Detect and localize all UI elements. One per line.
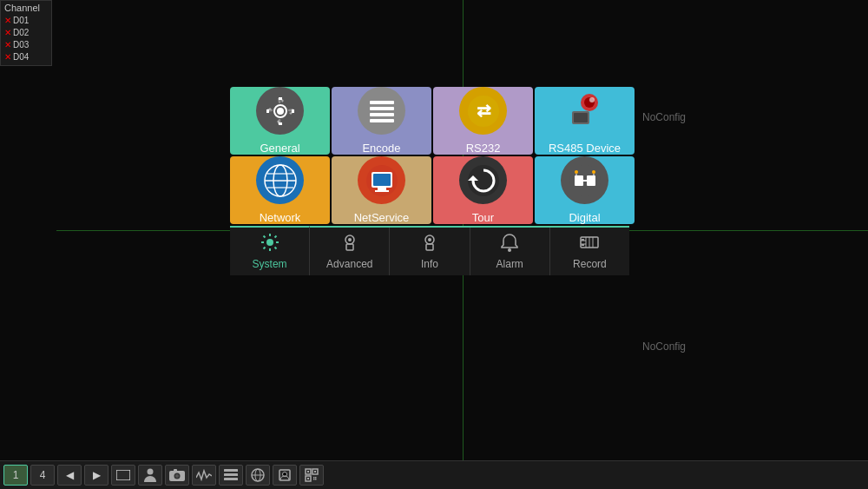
noconfig-label-1: NoConfig	[642, 111, 686, 123]
tile-network-label: Network	[260, 211, 301, 224]
network-icon	[256, 156, 304, 204]
settings-panel: General Encode ⇄ RS232	[230, 87, 647, 275]
tile-network[interactable]: Network	[230, 156, 330, 224]
svg-rect-4	[370, 107, 394, 110]
svg-point-55	[175, 474, 179, 478]
tab-system[interactable]: System	[230, 226, 310, 275]
taskbar-btn-user2[interactable]	[273, 465, 297, 486]
noconfig-label-2: NoConfig	[642, 340, 686, 353]
svg-rect-41	[426, 244, 433, 250]
channel-label-d04: D04	[13, 51, 29, 63]
tab-record[interactable]: Record	[550, 228, 629, 275]
taskbar-btn-1[interactable]: 1	[3, 465, 28, 486]
taskbar-back-icon: ◀	[66, 469, 74, 481]
svg-rect-70	[307, 478, 309, 479]
svg-rect-38	[346, 244, 353, 250]
tile-encode[interactable]: Encode	[332, 87, 431, 155]
svg-rect-56	[174, 469, 177, 472]
tile-netservice[interactable]: NetService	[332, 156, 431, 224]
tile-general[interactable]: General	[230, 87, 330, 155]
tab-advanced[interactable]: Advanced	[310, 228, 390, 275]
tile-rs485[interactable]: RS485 Device	[535, 87, 635, 155]
tile-netservice-label: NetService	[354, 211, 410, 224]
tab-advanced-icon	[340, 233, 359, 255]
netservice-icon	[358, 156, 405, 204]
general-icon	[256, 87, 304, 135]
taskbar-btn-globe[interactable]	[246, 465, 270, 486]
svg-rect-28	[575, 175, 583, 186]
tile-digital[interactable]: Digital	[535, 156, 635, 224]
channel-title: Channel	[4, 3, 48, 13]
digital-icon	[561, 156, 608, 204]
svg-rect-68	[307, 471, 309, 472]
status-icon-d03: ✕	[4, 39, 11, 51]
taskbar-btn-camera[interactable]	[165, 465, 189, 486]
tile-rs232[interactable]: ⇄ RS232	[433, 87, 533, 155]
tile-rs485-label: RS485 Device	[549, 142, 621, 155]
svg-rect-57	[224, 469, 238, 472]
tile-digital-label: Digital	[569, 211, 600, 224]
svg-rect-23	[378, 188, 386, 190]
svg-rect-58	[224, 473, 238, 476]
tab-alarm-label: Alarm	[496, 258, 523, 270]
rs232-icon: ⇄	[459, 87, 507, 135]
svg-rect-13	[574, 113, 588, 122]
svg-rect-50	[582, 244, 584, 246]
svg-rect-3	[370, 101, 394, 104]
svg-rect-71	[313, 477, 315, 479]
tile-encode-label: Encode	[362, 142, 400, 155]
tab-record-label: Record	[573, 258, 607, 270]
channel-item-d01: ✕ D01	[4, 15, 48, 27]
svg-rect-24	[375, 190, 389, 192]
globe-icon	[251, 468, 265, 482]
svg-point-35	[266, 239, 273, 246]
qr-icon	[305, 468, 319, 482]
camera-icon	[169, 469, 185, 481]
taskbar-fwd-icon: ▶	[93, 469, 101, 481]
svg-rect-5	[370, 113, 394, 116]
taskbar-btn-4-label: 4	[40, 469, 46, 481]
svg-rect-73	[313, 479, 315, 480]
tab-info-icon	[420, 233, 439, 255]
svg-point-52	[148, 469, 154, 475]
svg-rect-74	[315, 479, 317, 480]
taskbar-btn-fwd[interactable]: ▶	[84, 465, 108, 486]
taskbar-btn-person[interactable]	[138, 465, 162, 486]
list-icon	[224, 469, 238, 481]
tab-system-label: System	[253, 258, 287, 270]
tile-tour[interactable]: Tour	[433, 156, 533, 224]
taskbar-btn-list[interactable]	[219, 465, 243, 486]
tile-general-label: General	[260, 142, 299, 155]
svg-point-42	[508, 248, 511, 252]
tab-info[interactable]: Info	[390, 228, 470, 275]
tile-rs232-label: RS232	[466, 142, 501, 155]
svg-point-2	[278, 109, 283, 114]
svg-rect-6	[370, 119, 394, 122]
taskbar-btn-back[interactable]: ◀	[57, 465, 82, 486]
taskbar-btn-screen[interactable]	[111, 465, 135, 486]
taskbar-btn-4[interactable]: 4	[30, 465, 55, 486]
channel-item-d04: ✕ D04	[4, 51, 48, 63]
tab-record-icon	[580, 233, 599, 255]
status-icon-d04: ✕	[4, 51, 11, 63]
status-icon-d02: ✕	[4, 27, 11, 39]
taskbar: 1 4 ◀ ▶	[0, 460, 868, 489]
screen-icon	[116, 470, 130, 480]
channel-label-d02: D02	[13, 27, 29, 39]
taskbar-btn-wave[interactable]	[192, 465, 216, 486]
taskbar-btn-qr[interactable]	[299, 465, 324, 486]
svg-rect-22	[373, 174, 391, 186]
tour-icon	[459, 156, 507, 204]
tab-alarm[interactable]: Alarm	[470, 228, 550, 275]
svg-rect-59	[224, 478, 238, 480]
person-icon	[144, 468, 156, 482]
svg-rect-29	[587, 175, 595, 186]
svg-rect-49	[582, 239, 584, 241]
rs485-icon	[561, 87, 608, 135]
svg-rect-72	[315, 477, 317, 479]
svg-point-11	[589, 97, 595, 102]
user2-icon	[278, 468, 292, 482]
tab-system-icon	[260, 233, 279, 255]
status-icon-d01: ✕	[4, 15, 11, 27]
tab-advanced-label: Advanced	[326, 258, 372, 270]
